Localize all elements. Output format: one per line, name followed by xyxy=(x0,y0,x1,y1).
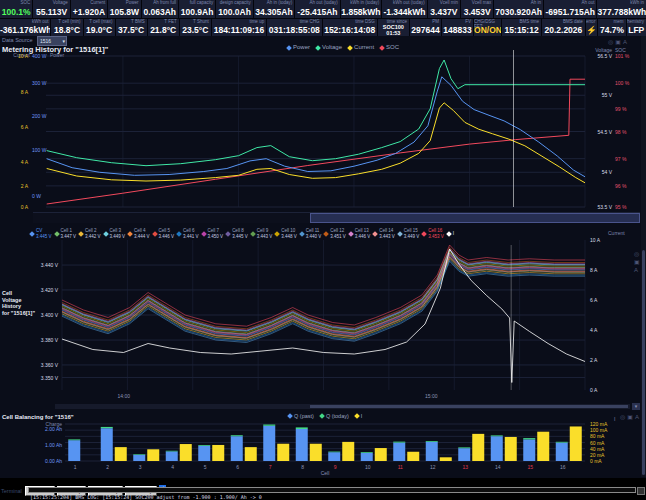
stat-label: Ah in (today) xyxy=(267,0,293,5)
horizontal-scrollbar[interactable] xyxy=(55,404,630,409)
stats-row-2: kWh out-361.176kWhT cell (min)18.8°CT ce… xyxy=(0,19,646,37)
cell-balancing-chart[interactable] xyxy=(0,410,646,478)
metering-history-chart[interactable] xyxy=(0,36,646,212)
axis-tick-label: 56.5 V xyxy=(598,53,612,59)
terminal-input[interactable] xyxy=(28,487,636,493)
stat-value: 148833 xyxy=(442,25,473,35)
axis-tick-label: 8 A xyxy=(21,89,28,95)
axis-tick-label: 3.420 V xyxy=(41,287,58,293)
stat-value: -1.344kWh xyxy=(382,7,427,17)
stat-value: 7030.920Ah xyxy=(494,7,543,17)
terminal-scroll-box[interactable] xyxy=(637,487,645,495)
stat-value: 152:16:14:08 xyxy=(323,25,377,35)
axis-tick-label: 10 A xyxy=(590,237,600,243)
stat-cell: ChemistryLFP xyxy=(627,19,646,37)
axis-tick-label: 15 xyxy=(527,464,533,470)
axis-tick-label: 6 A xyxy=(590,297,597,303)
axis-tick-label: 12 xyxy=(430,464,436,470)
stat-cell: Ah in7030.920Ah xyxy=(494,0,543,18)
axis-tick-label: 200 W xyxy=(32,113,46,119)
axis-tick-label: 55 V xyxy=(602,92,612,98)
stat-label: Ah in xyxy=(531,0,541,5)
stat-cell: kWh out (today)-1.344kWh xyxy=(382,0,427,18)
stat-label: PM xyxy=(432,19,439,24)
stat-cell: full capacity100.9Ah xyxy=(179,0,215,18)
stat-cell: design capacity100.0Ah xyxy=(216,0,252,18)
stat-cell: mem74.7% xyxy=(598,19,625,37)
stat-value: 34.305Ah xyxy=(254,7,294,17)
terminal-label: Terminal xyxy=(1,488,22,494)
stat-value: +1.920A xyxy=(71,7,107,17)
stat-label: FV xyxy=(465,19,471,24)
stat-cell: Vcell min3.437V xyxy=(428,0,460,18)
axis-tick-label: 2 A xyxy=(590,357,597,363)
stat-value: ON/ON xyxy=(474,25,501,35)
stat-cell: FV148833 xyxy=(442,19,473,37)
axis-tick-label: 3.350 V xyxy=(41,375,58,381)
stat-label: SOC xyxy=(21,0,31,5)
stat-label: time up xyxy=(249,19,264,24)
stat-cell: kWh out-361.176kWh xyxy=(0,19,50,37)
axis-tick-label: 5 xyxy=(204,464,207,470)
axis-tick-label: 100 mA xyxy=(590,427,607,433)
stat-label: time since xyxy=(387,19,407,24)
terminal-log-line: [15:15:25:204] BMS_LOG: [15:15:24] SOC20… xyxy=(30,494,262,500)
axis-tick-label: Current xyxy=(608,230,625,236)
stat-value: 3.453V xyxy=(461,7,493,17)
stat-value: 18.8°C xyxy=(51,25,82,35)
stat-label: Vcell max xyxy=(472,0,492,5)
axis-tick-label: 14:00 xyxy=(117,393,130,399)
time-navigator[interactable] xyxy=(33,212,640,223)
axis-tick-label: 54 V xyxy=(602,169,612,175)
stat-label: kWh out xyxy=(32,19,49,24)
axis-tick-label: 10 A xyxy=(18,53,28,59)
stats-bar: SOC100.1%Voltage55.113VCurrent+1.920APow… xyxy=(0,0,646,36)
stat-value: 100.1% xyxy=(0,7,32,17)
axis-tick-label: 40 mA xyxy=(590,446,604,452)
stat-value: 297644 xyxy=(410,25,441,35)
stat-label: T cell (max) xyxy=(89,19,112,24)
axis-tick-label: 4 A xyxy=(590,327,597,333)
axis-tick-label: 3.440 V xyxy=(41,262,58,268)
stat-cell: Vcell max3.453V xyxy=(461,0,493,18)
axis-tick-label: 53.5 V xyxy=(598,204,612,210)
stat-value: 100.0Ah xyxy=(216,7,252,17)
time-navigator-selection[interactable] xyxy=(310,213,640,223)
cell-voltage-chart[interactable] xyxy=(0,227,646,408)
stat-label: Voltage xyxy=(53,0,68,5)
axis-tick-label: 16 xyxy=(560,464,566,470)
stat-cell: SOC100.1% xyxy=(0,0,32,18)
stat-cell: T cell (min)18.8°C xyxy=(51,19,82,37)
scrollbar-arrow-icon[interactable]: ▾ xyxy=(632,403,640,410)
axis-tick-label: 95 % xyxy=(615,204,626,210)
stat-label: design capacity xyxy=(220,0,251,5)
axis-tick-label: 1 xyxy=(74,464,77,470)
axis-tick-label: 80 mA xyxy=(590,433,604,439)
stat-label: Current xyxy=(90,0,105,5)
stat-cell: time CHG031:18:55:08 xyxy=(267,19,321,37)
axis-tick-label: 400 W xyxy=(32,53,46,59)
stat-cell: CHG/DSG FET:ON/ON xyxy=(474,19,501,37)
axis-tick-label: 3.360 V xyxy=(41,362,58,368)
axis-tick-label: 98 % xyxy=(615,129,626,135)
vertical-scrollbar[interactable] xyxy=(641,36,646,477)
stat-value: 184:11:09:16 xyxy=(212,25,266,35)
stat-cell: PM297644 xyxy=(410,19,441,37)
axis-tick-label: Power xyxy=(50,52,64,58)
axis-tick-label: 96 % xyxy=(615,183,626,189)
axis-tick-label: 120 mA xyxy=(590,421,607,427)
stat-value: 19.0°C xyxy=(84,25,115,35)
stat-value: ⚡ xyxy=(586,25,598,35)
axis-tick-label: 0.00 Ah xyxy=(45,458,62,464)
axis-tick-label: 300 W xyxy=(32,80,46,86)
stat-label: time DSG xyxy=(355,19,375,24)
terminal-bar: TerminalClear RXEvt StopParse StopP&P St… xyxy=(0,478,646,500)
axis-tick-label: 2 A xyxy=(21,183,28,189)
stat-label: T FET xyxy=(164,19,176,24)
stat-label: kWh out (today) xyxy=(393,0,425,5)
axis-tick-label: Cell xyxy=(321,470,330,476)
stat-cell: T FET21.8°C xyxy=(148,19,179,37)
stat-label: error xyxy=(586,19,596,24)
stat-cell: Current+1.920A xyxy=(71,0,107,18)
stat-value: 20.2.2026 xyxy=(542,25,585,35)
